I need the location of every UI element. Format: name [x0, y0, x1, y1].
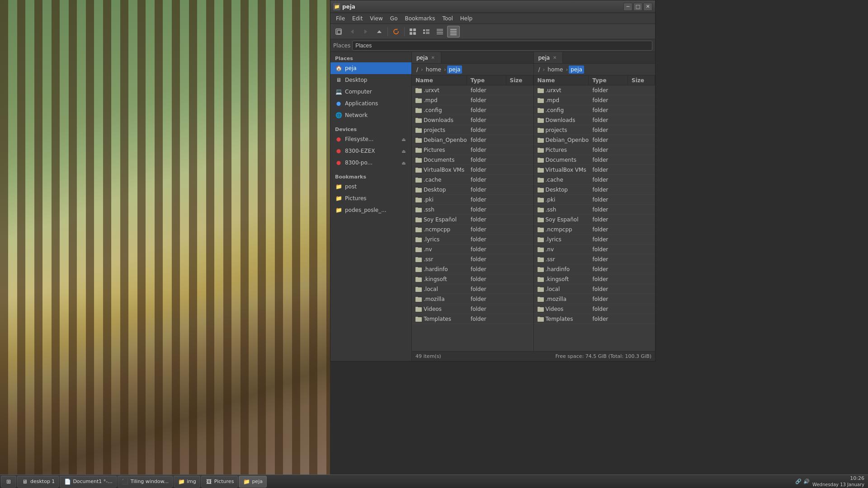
path-home-left[interactable]: home	[424, 66, 443, 74]
table-row[interactable]: .hardinfofolder	[534, 264, 656, 274]
table-row[interactable]: Picturesfolder	[534, 145, 656, 155]
taskbar-desktop1[interactable]: 🖥 desktop 1	[17, 476, 59, 488]
table-row[interactable]: .mozillafolder	[412, 294, 533, 304]
col-header-type-left[interactable]: Type	[467, 75, 506, 85]
table-row[interactable]: .urxvtfolder	[412, 85, 533, 95]
refresh-button[interactable]	[390, 26, 402, 38]
taskbar-tiling[interactable]: ⬛ Tiling window...	[118, 476, 173, 488]
table-row[interactable]: Debian_Openboxfolder	[534, 135, 656, 145]
table-row[interactable]: .pkifolder	[534, 195, 656, 205]
table-row[interactable]: .cachefolder	[412, 175, 533, 185]
location-dropdown[interactable]: Places	[352, 41, 652, 51]
table-row[interactable]: Desktopfolder	[412, 185, 533, 195]
table-row[interactable]: Soy Españolfolder	[412, 215, 533, 225]
table-row[interactable]: Downloadsfolder	[412, 115, 533, 125]
taskbar-document1[interactable]: 📄 Document1 °-...	[60, 476, 116, 488]
table-row[interactable]: .ncmpcppfolder	[412, 225, 533, 235]
table-row[interactable]: Soy Españolfolder	[534, 215, 656, 225]
table-row[interactable]: .localfolder	[534, 284, 656, 294]
left-tab-peja[interactable]: peja ✕	[412, 52, 441, 63]
menu-help[interactable]: Help	[457, 14, 476, 23]
table-row[interactable]: .sshfolder	[534, 205, 656, 215]
sidebar-item-network[interactable]: 🌐 Network	[330, 109, 411, 121]
sidebar-item-filesystem[interactable]: ● Filesyste... ⏏	[330, 133, 411, 145]
path-root-left[interactable]: /	[415, 66, 420, 74]
eject-icon-2[interactable]: ⏏	[401, 148, 407, 154]
table-row[interactable]: .cachefolder	[534, 175, 656, 185]
table-row[interactable]: Templatesfolder	[412, 314, 533, 324]
table-row[interactable]: .configfolder	[412, 105, 533, 115]
table-row[interactable]: .ssrfolder	[412, 254, 533, 264]
table-row[interactable]: Templatesfolder	[534, 314, 656, 324]
table-row[interactable]: VirtualBox VMsfolder	[534, 165, 656, 175]
back-button[interactable]	[346, 26, 359, 38]
taskbar-img[interactable]: 📁 img	[174, 476, 200, 488]
minimize-button[interactable]: ─	[623, 3, 632, 11]
table-row[interactable]: .mpdfolder	[412, 95, 533, 105]
table-row[interactable]: .urxvtfolder	[534, 85, 656, 95]
path-peja-left[interactable]: peja	[447, 66, 462, 74]
table-row[interactable]: Videosfolder	[534, 304, 656, 314]
col-header-name-right[interactable]: Name	[534, 75, 589, 85]
maximize-button[interactable]: □	[633, 3, 642, 11]
sidebar-item-pictures-bookmark[interactable]: 📁 Pictures	[330, 192, 411, 204]
path-peja-right[interactable]: peja	[569, 66, 584, 74]
table-row[interactable]: VirtualBox VMsfolder	[412, 165, 533, 175]
sidebar-item-computer[interactable]: 💻 Computer	[330, 86, 411, 98]
table-row[interactable]: .nvfolder	[412, 244, 533, 254]
table-row[interactable]: .lyricsfolder	[412, 235, 533, 244]
path-home-right[interactable]: home	[546, 66, 565, 74]
path-root-right[interactable]: /	[537, 66, 542, 74]
taskbar-peja[interactable]: 📁 peja	[239, 476, 267, 488]
right-tab-close[interactable]: ✕	[552, 55, 558, 61]
list-view-button[interactable]	[434, 26, 446, 38]
left-tab-close[interactable]: ✕	[430, 55, 436, 61]
right-file-list[interactable]: .urxvtfolder.mpdfolder.configfolderDownl…	[534, 85, 656, 351]
table-row[interactable]: Downloadsfolder	[534, 115, 656, 125]
right-tab-peja[interactable]: peja ✕	[534, 52, 563, 63]
table-row[interactable]: Desktopfolder	[534, 185, 656, 195]
sidebar-item-post[interactable]: 📁 post	[330, 181, 411, 192]
table-row[interactable]: .nvfolder	[534, 244, 656, 254]
sidebar-item-applications[interactable]: ● Applications	[330, 98, 411, 109]
compact-view-button[interactable]	[420, 26, 433, 38]
table-row[interactable]: Picturesfolder	[412, 145, 533, 155]
table-row[interactable]: projectsfolder	[412, 125, 533, 135]
table-row[interactable]: .kingsoftfolder	[534, 274, 656, 284]
col-header-size-right[interactable]: Size	[628, 75, 655, 85]
table-row[interactable]: .hardinfofolder	[412, 264, 533, 274]
table-row[interactable]: .ssrfolder	[534, 254, 656, 264]
close-button[interactable]: ✕	[643, 3, 652, 11]
taskbar-apps-menu[interactable]: ⊞	[1, 476, 16, 488]
col-header-name-left[interactable]: Name	[412, 75, 467, 85]
menu-tool[interactable]: Tool	[439, 14, 457, 23]
table-row[interactable]: Debian_Openboxfolder	[412, 135, 533, 145]
table-row[interactable]: .localfolder	[412, 284, 533, 294]
table-row[interactable]: .ncmpcppfolder	[534, 225, 656, 235]
table-row[interactable]: .sshfolder	[412, 205, 533, 215]
table-row[interactable]: .mpdfolder	[534, 95, 656, 105]
table-row[interactable]: Videosfolder	[412, 304, 533, 314]
table-row[interactable]: projectsfolder	[534, 125, 656, 135]
menu-go[interactable]: Go	[387, 14, 401, 23]
menu-edit[interactable]: Edit	[349, 14, 366, 23]
sidebar-item-peja[interactable]: 🏠 peja	[330, 62, 411, 74]
table-row[interactable]: .lyricsfolder	[534, 235, 656, 244]
table-row[interactable]: .configfolder	[534, 105, 656, 115]
left-file-list[interactable]: .urxvtfolder.mpdfolder.configfolderDownl…	[412, 85, 533, 351]
sidebar-item-podes[interactable]: 📁 podes_posle_...	[330, 204, 411, 216]
menu-file[interactable]: File	[332, 14, 349, 23]
menu-bookmarks[interactable]: Bookmarks	[401, 14, 439, 23]
table-row[interactable]: .pkifolder	[412, 195, 533, 205]
table-row[interactable]: .mozillafolder	[534, 294, 656, 304]
icons-view-button[interactable]	[406, 26, 419, 38]
eject-icon-1[interactable]: ⏏	[401, 136, 407, 142]
sidebar-item-8300po[interactable]: ● 8300-po... ⏏	[330, 157, 411, 169]
table-row[interactable]: Documentsfolder	[412, 155, 533, 165]
sidebar-item-desktop[interactable]: 🖥 Desktop	[330, 74, 411, 86]
forward-button[interactable]	[359, 26, 372, 38]
new-window-button[interactable]	[332, 26, 345, 38]
col-header-type-right[interactable]: Type	[589, 75, 628, 85]
table-row[interactable]: Documentsfolder	[534, 155, 656, 165]
sidebar-item-8300ezex[interactable]: ● 8300-EZEX ⏏	[330, 145, 411, 157]
